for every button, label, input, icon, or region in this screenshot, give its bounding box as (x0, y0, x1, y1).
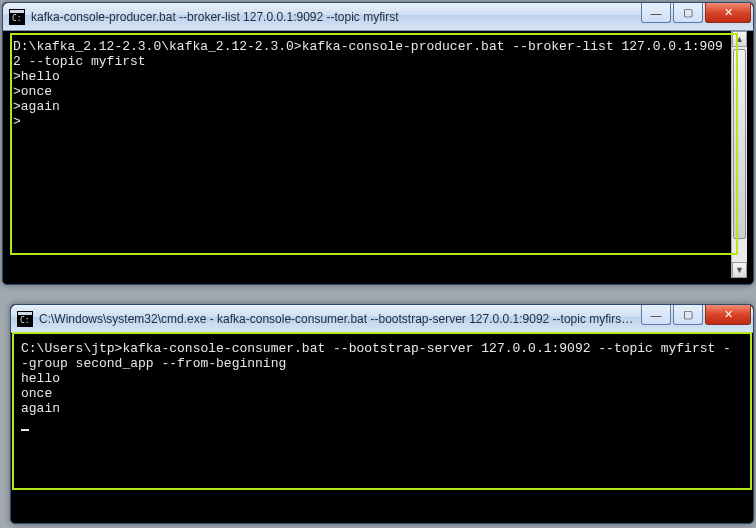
scroll-down-button[interactable]: ▼ (732, 262, 747, 278)
maximize-icon: ▢ (683, 6, 693, 19)
terminal-line: once (21, 386, 52, 401)
consumer-window: C: C:\Windows\system32\cmd.exe - kafka-c… (10, 304, 754, 524)
maximize-button[interactable]: ▢ (673, 305, 703, 325)
minimize-button[interactable]: — (641, 3, 671, 23)
terminal-output[interactable]: D:\kafka_2.12-2.3.0\kafka_2.12-2.3.0>kaf… (9, 31, 731, 278)
svg-rect-4 (18, 312, 32, 315)
close-button[interactable]: ✕ (705, 305, 751, 325)
svg-text:C:: C: (12, 14, 22, 23)
close-icon: ✕ (724, 6, 733, 19)
maximize-button[interactable]: ▢ (673, 3, 703, 23)
client-area: D:\kafka_2.12-2.3.0\kafka_2.12-2.3.0>kaf… (9, 31, 747, 278)
svg-text:C:: C: (20, 316, 30, 325)
cmd-icon: C: (9, 9, 25, 25)
terminal-line: again (21, 401, 60, 416)
titlebar[interactable]: C: kafka-console-producer.bat --broker-l… (3, 3, 753, 31)
cmd-icon: C: (17, 311, 33, 327)
window-title: C:\Windows\system32\cmd.exe - kafka-cons… (39, 312, 635, 326)
terminal-line: > (13, 114, 21, 129)
scrollbar[interactable]: ▲ ▼ (731, 31, 747, 278)
window-controls: — ▢ ✕ (641, 3, 753, 30)
terminal-line: >hello (13, 69, 60, 84)
terminal-line: hello (21, 371, 60, 386)
svg-rect-1 (10, 10, 24, 13)
titlebar[interactable]: C: C:\Windows\system32\cmd.exe - kafka-c… (11, 305, 753, 333)
terminal-line: >once (13, 84, 52, 99)
terminal-cursor (21, 429, 29, 431)
terminal-line: 2 --topic myfirst (13, 54, 146, 69)
maximize-icon: ▢ (683, 308, 693, 321)
minimize-icon: — (651, 7, 662, 19)
close-icon: ✕ (724, 308, 733, 321)
client-area: C:\Users\jtp>kafka-console-consumer.bat … (17, 333, 747, 517)
minimize-icon: — (651, 309, 662, 321)
minimize-button[interactable]: — (641, 305, 671, 325)
scroll-thumb[interactable] (733, 49, 746, 239)
window-title: kafka-console-producer.bat --broker-list… (31, 10, 635, 24)
terminal-line: C:\Users\jtp>kafka-console-consumer.bat … (21, 341, 731, 356)
close-button[interactable]: ✕ (705, 3, 751, 23)
window-controls: — ▢ ✕ (641, 305, 753, 332)
terminal-line: >again (13, 99, 60, 114)
terminal-output[interactable]: C:\Users\jtp>kafka-console-consumer.bat … (17, 333, 747, 517)
terminal-line: D:\kafka_2.12-2.3.0\kafka_2.12-2.3.0>kaf… (13, 39, 723, 54)
producer-window: C: kafka-console-producer.bat --broker-l… (2, 2, 754, 285)
scroll-up-button[interactable]: ▲ (732, 31, 747, 47)
terminal-line: -group second_app --from-beginning (21, 356, 286, 371)
